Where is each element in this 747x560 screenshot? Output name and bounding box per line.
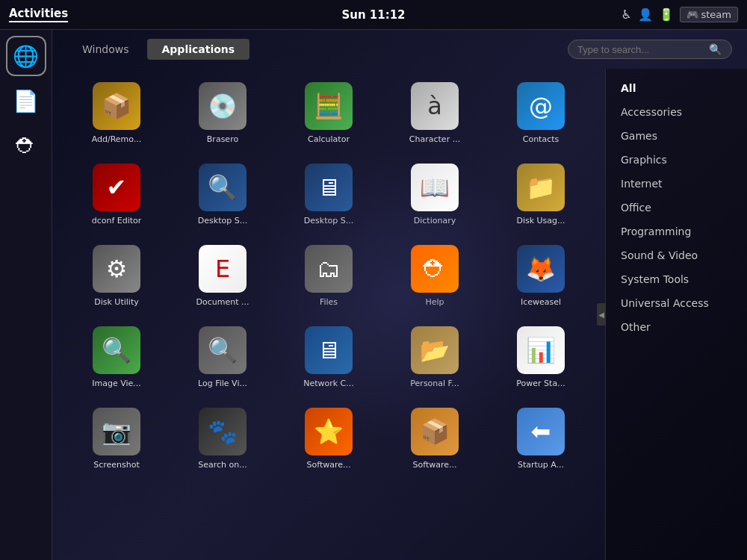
app-icon-dictionary: 📖: [411, 164, 459, 211]
app-icon-files: 🗂: [305, 245, 353, 293]
app-icon-dconf: ✔: [93, 164, 140, 211]
app-item-logfile[interactable]: 🔍Log File Vi...: [173, 320, 272, 394]
app-label-diskusage: Disk Usag...: [516, 216, 565, 225]
app-icon-software: 📦: [411, 408, 459, 455]
app-icon-help: ⛑: [411, 245, 459, 293]
app-label-character: Character ...: [409, 134, 460, 144]
app-item-searchon[interactable]: 🐾Search on...: [173, 402, 272, 476]
app-label-iceweasel: Iceweasel: [521, 297, 561, 307]
category-all[interactable]: All: [606, 76, 747, 100]
app-item-iceweasel[interactable]: 🦊Iceweasel: [492, 239, 590, 313]
sidebar-toggle[interactable]: ◀: [597, 303, 606, 326]
steam-icon: 🎮: [686, 9, 698, 20]
categories-list: AllAccessoriesGamesGraphicsInternetOffic…: [606, 76, 747, 339]
category-office[interactable]: Office: [606, 196, 747, 220]
app-item-startup[interactable]: ⬅Startup A...: [492, 402, 590, 476]
category-games[interactable]: Games: [606, 124, 747, 148]
app-icon-contacts: @: [517, 82, 565, 130]
app-item-document[interactable]: EDocument ...: [173, 239, 272, 313]
app-item-network[interactable]: 🖥Network C...: [279, 320, 378, 394]
app-item-diskutility[interactable]: ⚙Disk Utility: [67, 239, 166, 313]
user-icon[interactable]: 👤: [638, 7, 653, 22]
app-item-personalfiles[interactable]: 📂Personal F...: [385, 320, 484, 394]
app-icon-addremove: 📦: [93, 82, 140, 130]
app-item-imageview[interactable]: 🔍Image Vie...: [67, 320, 166, 394]
topbar: Activities Sun 11:12 ♿ 👤 🔋 🎮 steam: [0, 0, 747, 30]
app-item-screenshot[interactable]: 📷Screenshot: [67, 402, 166, 476]
app-item-softwareupdate[interactable]: ⭐Software...: [279, 402, 378, 476]
app-icon-character: à: [411, 82, 459, 130]
app-icon-calculator: 🧮: [305, 82, 353, 130]
clock: Sun 11:12: [341, 8, 405, 22]
app-label-addremove: Add/Remo...: [92, 134, 142, 144]
battery-icon[interactable]: 🔋: [659, 7, 674, 22]
app-label-desktops2: Desktop S...: [304, 216, 353, 225]
app-icon-network: 🖥: [305, 326, 353, 374]
category-internet[interactable]: Internet: [606, 172, 747, 196]
dock-item-files[interactable]: 📄: [7, 82, 45, 119]
app-icon-imageview: 🔍: [93, 326, 140, 374]
tab-windows[interactable]: Windows: [67, 39, 144, 60]
app-item-dconf[interactable]: ✔dconf Editor: [67, 158, 166, 231]
app-icon-softwareupdate: ⭐: [305, 408, 353, 455]
category-system-tools[interactable]: System Tools: [606, 267, 747, 291]
app-item-diskusage[interactable]: 📁Disk Usag...: [492, 158, 590, 231]
tab-applications[interactable]: Applications: [147, 39, 250, 60]
app-item-dictionary[interactable]: 📖Dictionary: [385, 158, 484, 231]
category-sound-video[interactable]: Sound & Video: [606, 243, 747, 267]
app-item-files[interactable]: 🗂Files: [279, 239, 378, 313]
steam-button[interactable]: 🎮 steam: [680, 7, 739, 22]
steam-label: steam: [701, 9, 732, 20]
app-item-contacts[interactable]: @Contacts: [492, 76, 590, 150]
main-area: Windows Applications 🔍 📦Add/Remo...💿Bras…: [52, 30, 747, 560]
apps-area: 📦Add/Remo...💿Brasero🧮CalculatoràCharacte…: [52, 69, 747, 560]
app-label-document: Document ...: [196, 297, 249, 307]
app-icon-diskutility: ⚙: [93, 245, 140, 293]
search-input[interactable]: [577, 44, 704, 55]
app-label-softwareupdate: Software...: [307, 460, 351, 470]
app-icon-diskusage: 📁: [517, 164, 565, 211]
app-icon-desktops2: 🖥: [305, 164, 353, 211]
app-icon-searchon: 🐾: [199, 408, 247, 455]
app-label-screenshot: Screenshot: [93, 460, 140, 470]
search-box: 🔍: [568, 40, 732, 59]
category-programming[interactable]: Programming: [606, 220, 747, 243]
app-icon-brasero: 💿: [199, 82, 247, 130]
topbar-right: ♿ 👤 🔋 🎮 steam: [621, 7, 738, 22]
app-icon-logfile: 🔍: [199, 326, 247, 374]
app-item-desktops2[interactable]: 🖥Desktop S...: [279, 158, 378, 231]
tabbar: Windows Applications 🔍: [52, 30, 747, 69]
activities-button[interactable]: Activities: [9, 7, 68, 22]
app-item-addremove[interactable]: 📦Add/Remo...: [67, 76, 166, 150]
accessibility-icon[interactable]: ♿: [621, 7, 631, 22]
app-label-dictionary: Dictionary: [414, 216, 456, 225]
app-icon-personalfiles: 📂: [411, 326, 459, 374]
dock-item-help[interactable]: ⛑: [7, 127, 45, 164]
app-icon-screenshot: 📷: [93, 408, 140, 455]
content: 🌐 📄 ⛑ Windows Applications 🔍 📦Add/Remo..…: [0, 30, 747, 560]
category-universal-access[interactable]: Universal Access: [606, 291, 747, 315]
app-label-searchon: Search on...: [198, 460, 247, 470]
tabs: Windows Applications: [67, 39, 249, 60]
apps-grid: 📦Add/Remo...💿Brasero🧮CalculatoràCharacte…: [52, 69, 605, 560]
app-label-software: Software...: [413, 460, 457, 470]
category-other[interactable]: Other: [606, 315, 747, 339]
category-graphics[interactable]: Graphics: [606, 148, 747, 172]
app-label-network: Network C...: [303, 379, 354, 388]
app-label-diskutility: Disk Utility: [94, 297, 138, 307]
app-label-desktops1: Desktop S...: [198, 216, 247, 225]
app-item-software[interactable]: 📦Software...: [385, 402, 484, 476]
dock-item-browser[interactable]: 🌐: [7, 37, 45, 75]
app-item-character[interactable]: àCharacter ...: [385, 76, 484, 150]
category-accessories[interactable]: Accessories: [606, 100, 747, 124]
app-item-powerstat[interactable]: 📊Power Sta...: [492, 320, 590, 394]
app-item-calculator[interactable]: 🧮Calculator: [279, 76, 378, 150]
app-item-desktops1[interactable]: 🔍Desktop S...: [173, 158, 272, 231]
categories-sidebar: ◀ AllAccessoriesGamesGraphicsInternetOff…: [605, 69, 747, 560]
search-icon[interactable]: 🔍: [709, 43, 722, 55]
app-item-brasero[interactable]: 💿Brasero: [173, 76, 272, 150]
app-label-personalfiles: Personal F...: [410, 379, 459, 388]
app-icon-powerstat: 📊: [517, 326, 565, 374]
app-label-dconf: dconf Editor: [92, 216, 142, 225]
app-item-help[interactable]: ⛑Help: [385, 239, 484, 313]
